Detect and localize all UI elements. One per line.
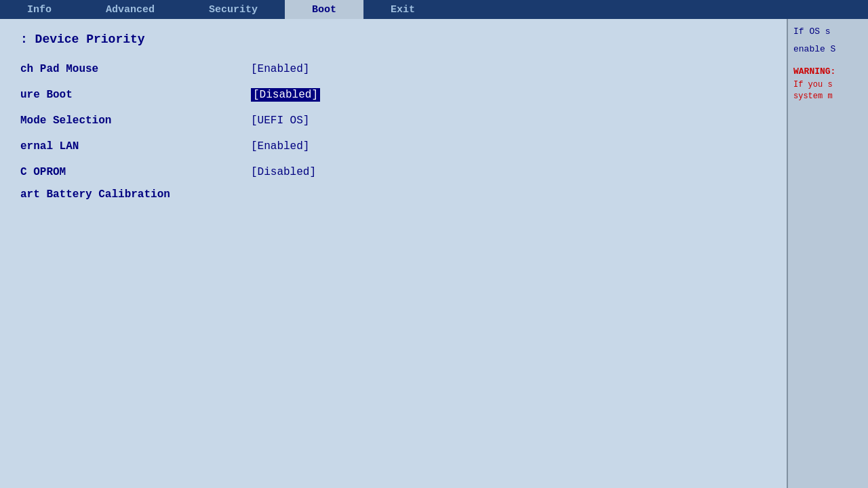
row-boot-mode[interactable]: Mode Selection [UEFI OS]: [20, 111, 766, 130]
row-secure-boot[interactable]: ure Boot [Disabled]: [20, 85, 766, 104]
row-touchpad-mouse[interactable]: ch Pad Mouse [Enabled]: [20, 60, 766, 79]
value-boot-mode: [UEFI OS]: [251, 115, 309, 127]
menu-item-advanced[interactable]: Advanced: [79, 0, 182, 19]
section-title: : Device Priority: [20, 33, 766, 46]
label-secure-boot: ure Boot: [20, 89, 251, 101]
menu-item-exit[interactable]: Exit: [363, 0, 442, 19]
content-area: : Device Priority ch Pad Mouse [Enabled]…: [0, 19, 787, 488]
row-pxe-oprom[interactable]: C OPROM [Disabled]: [20, 163, 766, 182]
row-internal-lan[interactable]: ernal LAN [Enabled]: [20, 137, 766, 156]
value-secure-boot: [Disabled]: [251, 88, 320, 102]
menu-item-info[interactable]: Info: [0, 0, 79, 19]
main-layout: : Device Priority ch Pad Mouse [Enabled]…: [0, 19, 868, 488]
info-panel: If OS s enable S WARNING: If you s syste…: [787, 19, 868, 488]
warning-text-1: If you s: [793, 79, 863, 91]
menu-item-boot[interactable]: Boot: [285, 0, 363, 19]
value-touchpad-mouse: [Enabled]: [251, 63, 309, 75]
value-internal-lan: [Enabled]: [251, 140, 309, 152]
label-boot-mode: Mode Selection: [20, 115, 251, 127]
label-internal-lan: ernal LAN: [20, 140, 251, 152]
menu-bar: Info Advanced Security Boot Exit: [0, 0, 868, 19]
standalone-battery-calibration[interactable]: art Battery Calibration: [20, 188, 766, 201]
info-text-1: If OS s: [793, 26, 863, 38]
label-pxe-oprom: C OPROM: [20, 166, 251, 178]
warning-text-2: system m: [793, 91, 863, 102]
menu-item-security[interactable]: Security: [182, 0, 285, 19]
warning-label: WARNING:: [793, 66, 863, 77]
info-text-2: enable S: [793, 43, 863, 56]
label-touchpad-mouse: ch Pad Mouse: [20, 63, 251, 75]
value-pxe-oprom: [Disabled]: [251, 166, 316, 178]
